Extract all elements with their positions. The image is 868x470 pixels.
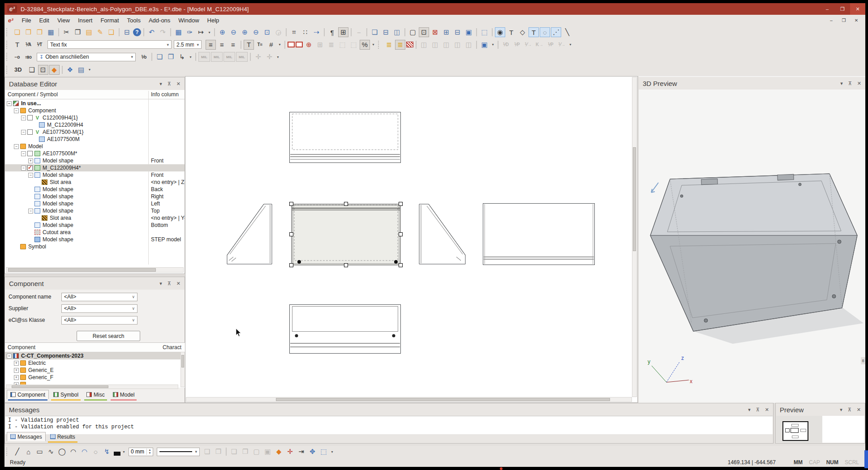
preview-thumbnail[interactable]	[782, 421, 808, 441]
tree-row[interactable]: Slot area <no entry> | Y-Pos	[5, 214, 185, 222]
browser-tab[interactable]: Symbol	[50, 390, 82, 399]
checkbox[interactable]	[27, 151, 33, 156]
dropdown-caret-icon[interactable]: ▾	[121, 447, 126, 457]
menu-item[interactable]: File	[18, 17, 35, 24]
collapse-panel-icon[interactable]: ▾	[159, 81, 162, 87]
browser-tab[interactable]: Model	[109, 390, 138, 399]
close-panel-icon[interactable]: ✕	[176, 281, 180, 286]
new-icon[interactable]: ❏	[12, 27, 22, 37]
view-top[interactable]	[288, 111, 402, 164]
ungroup-icon[interactable]: ❐	[166, 52, 176, 62]
model-box-2-icon[interactable]: ◫	[430, 40, 440, 50]
placement-center-icon[interactable]: ⊕	[304, 40, 314, 50]
text-scale-t-icon[interactable]: ⅟T	[34, 40, 45, 50]
tree-row[interactable]: Model shape STEP model	[5, 236, 185, 243]
minimize-icon[interactable]: –	[820, 3, 835, 15]
new-window-icon[interactable]: ▢	[408, 27, 418, 37]
tree-row[interactable]: C122009H4{1}	[5, 114, 185, 121]
dropdown-caret-icon[interactable]: ▾	[277, 40, 282, 50]
component-vscrollbar[interactable]	[180, 352, 185, 387]
dropdown-caret-icon[interactable]: ▾	[490, 40, 495, 50]
tile-vertical-icon[interactable]: ◫	[392, 27, 402, 37]
tree-row[interactable]: Slot area <no entry> | Z-Pos	[5, 179, 185, 186]
menu-item[interactable]: Window	[174, 17, 203, 24]
view-bottom[interactable]	[288, 303, 402, 355]
align-right-icon[interactable]: ≡	[228, 40, 238, 50]
scrollbar-thumb[interactable]	[12, 385, 108, 388]
messages-tab[interactable]: Messages	[7, 432, 46, 441]
tree-row[interactable]: Generic_F	[5, 374, 185, 381]
scale-p-icon[interactable]: ⅟P	[512, 40, 522, 50]
workspace-window-icon[interactable]: ▣	[464, 27, 474, 37]
tree-row[interactable]: AE1077500M	[5, 136, 185, 143]
browser-tab[interactable]: Misc	[83, 390, 108, 399]
dashed-area-2-icon[interactable]: ⬚	[348, 40, 359, 50]
text-style-combo[interactable]: Text fix ▾	[47, 40, 172, 49]
text-frame-icon[interactable]: T	[529, 27, 539, 37]
arc-center-icon[interactable]: ◠	[79, 447, 90, 457]
close-panel-icon[interactable]: ✕	[857, 81, 861, 86]
crosshair-target-icon[interactable]: ✛	[264, 52, 275, 62]
text-icon[interactable]: T	[506, 27, 516, 37]
move-icon[interactable]: ✥	[307, 447, 318, 457]
spline-icon[interactable]: ∿	[46, 447, 56, 457]
tree-row[interactable]: M_C122009H4	[5, 121, 185, 128]
dropdown-caret-icon[interactable]: ▾	[330, 447, 335, 457]
select-box-icon[interactable]: ⬚	[318, 447, 329, 457]
component-hscrollbar[interactable]	[6, 385, 178, 389]
cut-icon[interactable]: ✂	[61, 27, 72, 37]
model-box-4-icon[interactable]: ◫	[452, 40, 463, 50]
line-color-swatch[interactable]	[114, 452, 120, 456]
scrollbar-thumb[interactable]	[276, 398, 610, 401]
zoom-in-icon[interactable]: ⊕	[217, 27, 228, 37]
mil-standard-4-icon[interactable]: MIL	[236, 52, 248, 62]
tree-column-header[interactable]: Component / Symbol Info column	[5, 90, 185, 99]
zigzag-line-icon[interactable]: ↯	[102, 447, 112, 457]
select-area-icon[interactable]: ⬚	[479, 27, 490, 37]
snap-horizontal-icon[interactable]: ⇥	[296, 447, 306, 457]
reset-search-button[interactable]: Reset search	[77, 331, 140, 341]
text-tool-icon[interactable]: T	[12, 40, 22, 50]
toolbar-drag-handle[interactable]	[378, 41, 381, 49]
menu-item[interactable]: View	[53, 17, 74, 24]
model-box-1-icon[interactable]: ◫	[419, 40, 429, 50]
tree-row[interactable]: Model shape Top	[5, 207, 185, 214]
tree-row[interactable]: M_C122009H4*	[5, 164, 185, 171]
align-c-icon[interactable]: ▢	[251, 447, 262, 457]
open-project-icon[interactable]: ❒	[34, 27, 45, 37]
tree-row[interactable]: Model shape Right	[5, 193, 185, 200]
help-icon[interactable]: ?	[133, 28, 141, 36]
expander-icon[interactable]	[28, 173, 33, 178]
move-origin-icon[interactable]: ↳	[177, 52, 187, 62]
messages-tab[interactable]: Results	[47, 432, 79, 441]
arc-icon[interactable]: ◠	[68, 447, 78, 457]
close-panel-icon[interactable]: ✕	[176, 81, 180, 87]
view-back[interactable]	[482, 202, 596, 266]
dropdown-caret-icon[interactable]: ▾	[207, 27, 212, 37]
special-characters-icon[interactable]: ¶	[327, 27, 337, 37]
sheet-window-icon[interactable]: ⊟	[452, 27, 463, 37]
view-right[interactable]	[416, 202, 468, 266]
duplicate-2-icon[interactable]: ❐	[213, 447, 223, 457]
close-icon[interactable]: ✕	[850, 3, 865, 15]
view-front-selected[interactable]	[289, 202, 403, 267]
tree-row[interactable]: AE1077500M*	[5, 150, 185, 157]
collapse-panel-icon[interactable]: ▾	[748, 407, 751, 413]
tree-row[interactable]: Model	[5, 143, 185, 150]
ellipse-icon[interactable]: ◯	[57, 447, 67, 457]
duplicate-icon[interactable]: ❏	[202, 447, 212, 457]
checkbox[interactable]	[27, 165, 33, 171]
cube-window-icon[interactable]: ❖	[65, 65, 75, 75]
scale-arrow-2-icon[interactable]: ⅟→	[557, 40, 567, 50]
expander-icon[interactable]	[14, 368, 19, 373]
expander-icon[interactable]	[14, 108, 19, 113]
expander-icon[interactable]	[14, 144, 19, 149]
field-combo[interactable]: <All> ∨	[61, 316, 138, 325]
scrollbar-thumb[interactable]	[8, 268, 156, 272]
undo-icon[interactable]: ↶	[146, 27, 157, 37]
tree-row[interactable]: Model shape Left	[5, 200, 185, 207]
menu-item[interactable]: Help	[203, 17, 223, 24]
paste-icon[interactable]: ▤	[84, 27, 94, 37]
snap-grid-icon[interactable]: ∷	[300, 27, 310, 37]
split-window-icon[interactable]: ⊞	[441, 27, 451, 37]
